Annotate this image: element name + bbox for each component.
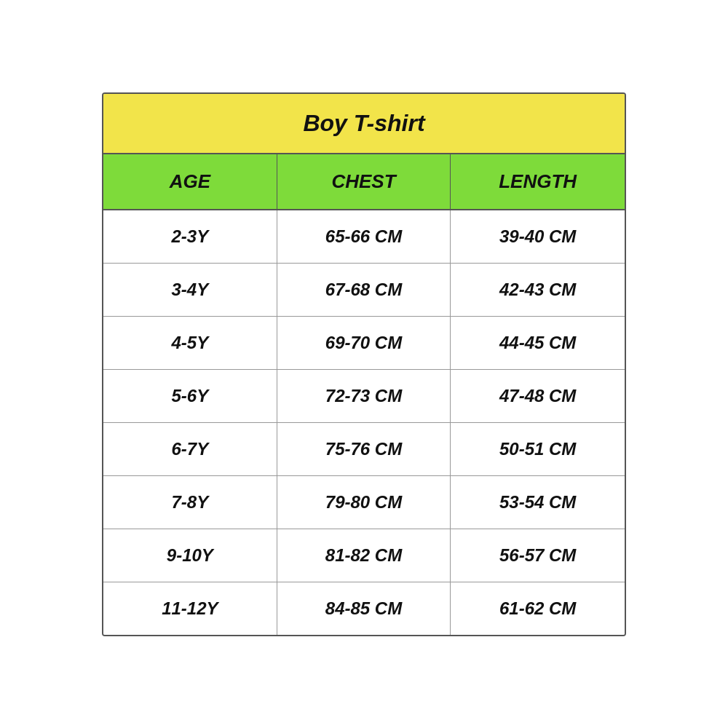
cell-age-1: 3-4Y — [103, 264, 277, 316]
cell-length-7: 61-62 CM — [451, 582, 625, 635]
cell-age-6: 9-10Y — [103, 529, 277, 582]
cell-age-4: 6-7Y — [103, 423, 277, 475]
cell-age-5: 7-8Y — [103, 476, 277, 529]
cell-age-0: 2-3Y — [103, 210, 277, 263]
header-length: LENGTH — [451, 154, 625, 209]
cell-length-0: 39-40 CM — [451, 210, 625, 263]
cell-chest-0: 65-66 CM — [277, 210, 451, 263]
cell-chest-6: 81-82 CM — [277, 529, 451, 582]
table-row: 2-3Y65-66 CM39-40 CM — [103, 210, 625, 264]
table-row: 6-7Y75-76 CM50-51 CM — [103, 423, 625, 476]
cell-age-3: 5-6Y — [103, 370, 277, 422]
header-age: AGE — [103, 154, 277, 209]
table-row: 3-4Y67-68 CM42-43 CM — [103, 264, 625, 317]
cell-age-2: 4-5Y — [103, 317, 277, 369]
table-title: Boy T-shirt — [303, 110, 424, 136]
size-chart-table: Boy T-shirt AGE CHEST LENGTH 2-3Y65-66 C… — [102, 92, 626, 636]
cell-length-3: 47-48 CM — [451, 370, 625, 422]
table-row: 11-12Y84-85 CM61-62 CM — [103, 582, 625, 635]
table-title-row: Boy T-shirt — [103, 94, 625, 154]
table-row: 5-6Y72-73 CM47-48 CM — [103, 370, 625, 423]
cell-age-7: 11-12Y — [103, 582, 277, 635]
cell-length-4: 50-51 CM — [451, 423, 625, 475]
cell-chest-1: 67-68 CM — [277, 264, 451, 316]
cell-chest-3: 72-73 CM — [277, 370, 451, 422]
cell-chest-7: 84-85 CM — [277, 582, 451, 635]
table-row: 7-8Y79-80 CM53-54 CM — [103, 476, 625, 529]
table-body: 2-3Y65-66 CM39-40 CM3-4Y67-68 CM42-43 CM… — [103, 210, 625, 635]
cell-length-2: 44-45 CM — [451, 317, 625, 369]
cell-chest-2: 69-70 CM — [277, 317, 451, 369]
cell-chest-4: 75-76 CM — [277, 423, 451, 475]
table-header-row: AGE CHEST LENGTH — [103, 154, 625, 210]
table-row: 4-5Y69-70 CM44-45 CM — [103, 317, 625, 370]
cell-length-6: 56-57 CM — [451, 529, 625, 582]
table-row: 9-10Y81-82 CM56-57 CM — [103, 529, 625, 582]
header-chest: CHEST — [277, 154, 451, 209]
cell-length-5: 53-54 CM — [451, 476, 625, 529]
cell-chest-5: 79-80 CM — [277, 476, 451, 529]
cell-length-1: 42-43 CM — [451, 264, 625, 316]
